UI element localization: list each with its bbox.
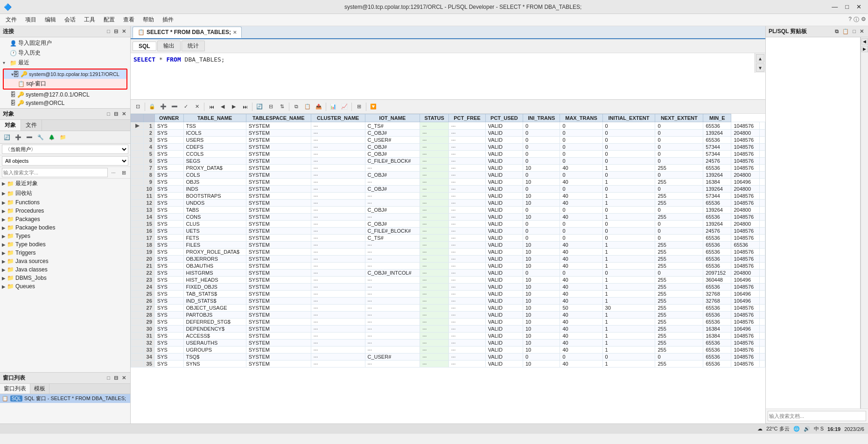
next-btn[interactable]: ▶ — [229, 102, 239, 112]
cell-IOT_NAME[interactable]: ··· — [365, 333, 420, 340]
obj-item-functions[interactable]: ▶ 📁 Functions — [0, 198, 130, 207]
cell-PCT_USED[interactable]: VALID — [485, 172, 523, 179]
cell-INITIAL_EXTENT[interactable]: 0 — [602, 122, 655, 130]
cell-undefined[interactable] — [759, 200, 765, 207]
cell-TABLE_NAME[interactable]: OBJAUTHS — [183, 263, 246, 270]
cell-IOT_NAME[interactable]: ··· — [365, 179, 420, 186]
cell-TABLE_NAME[interactable]: UETS — [183, 228, 246, 235]
cb-scroll-up[interactable]: ◀ — [861, 38, 868, 45]
cell-INITIAL_EXTENT[interactable]: 1 — [602, 179, 655, 186]
cell-PCT_FREE[interactable]: ··· — [449, 179, 486, 186]
cell-STATUS[interactable]: ··· — [420, 144, 449, 151]
cell-PCT_FREE[interactable]: ··· — [449, 319, 486, 326]
cell-TABLESPACE_NAME[interactable]: SYSTEM — [246, 319, 311, 326]
cell-undefined[interactable] — [759, 214, 765, 221]
cell-PCT_USED[interactable]: VALID — [485, 214, 523, 221]
col-initial-extent[interactable]: INITIAL_EXTENT — [602, 114, 655, 122]
table-row[interactable]: 23SYSHIST_HEADSSYSTEM············VALID10… — [131, 277, 765, 284]
cell-IOT_NAME[interactable]: C_OBJ# — [365, 144, 420, 151]
cell-INI_TRANS[interactable]: 10 — [523, 242, 560, 249]
cell-TABLE_NAME[interactable]: HIST_HEADS — [183, 277, 246, 284]
cell-PCT_FREE[interactable]: ··· — [449, 144, 486, 151]
cell-CLUSTER_NAME[interactable]: ··· — [311, 158, 365, 165]
cell-INI_TRANS[interactable]: 0 — [523, 235, 560, 242]
settings-icon[interactable]: ⚙ — [861, 16, 866, 24]
cell-STATUS[interactable]: ··· — [420, 200, 449, 207]
cell-OWNER[interactable]: SYS — [154, 263, 183, 270]
cell-undefined[interactable]: 106496 — [731, 298, 759, 305]
cell-MIN_E[interactable]: 65536 — [703, 214, 731, 221]
cell-PCT_USED[interactable]: VALID — [485, 130, 523, 137]
cell-PCT_USED[interactable]: VALID — [485, 193, 523, 200]
cell-CLUSTER_NAME[interactable]: ··· — [311, 151, 365, 158]
table-row[interactable]: 24SYSFIXED_OBJSSYSTEM············VALID10… — [131, 284, 765, 291]
cell-TABLESPACE_NAME[interactable]: SYSTEM — [246, 122, 311, 130]
cell-undefined[interactable] — [759, 122, 765, 130]
cell-STATUS[interactable]: ··· — [420, 305, 449, 312]
tab-window-list[interactable]: 窗口列表 — [0, 384, 30, 394]
cell-INI_TRANS[interactable]: 0 — [523, 122, 560, 130]
cell-MAX_TRANS[interactable]: 40 — [560, 333, 602, 340]
cell-CLUSTER_NAME[interactable]: ··· — [311, 137, 365, 144]
cell-TABLE_NAME[interactable]: CCOLS — [183, 151, 246, 158]
tree-btn[interactable]: 🌲 — [47, 132, 57, 142]
cell-PCT_USED[interactable]: VALID — [485, 144, 523, 151]
cell-MAX_TRANS[interactable]: 0 — [560, 235, 602, 242]
cell-TABLE_NAME[interactable]: OBJERRORS — [183, 256, 246, 263]
table-row[interactable]: 11SYSBOOTSTRAPSSYSTEM············VALID10… — [131, 193, 765, 200]
sql-window-item[interactable]: 📋 sql-窗口 — [4, 79, 126, 89]
tab-close-btn[interactable]: ✕ — [233, 30, 237, 35]
cell-undefined[interactable] — [759, 354, 765, 361]
objects-close[interactable]: ✕ — [120, 111, 127, 117]
cell-IOT_NAME[interactable]: C_FILE#_BLOCK# — [365, 228, 420, 235]
cell-MAX_TRANS[interactable]: 40 — [560, 165, 602, 172]
menu-item-配置[interactable]: 配置 — [100, 15, 119, 25]
sql-tab[interactable]: 📋 SELECT * FROM DBA_TABLES; ✕ — [133, 27, 242, 38]
cell-TABLESPACE_NAME[interactable]: SYSTEM — [246, 263, 311, 270]
cell-undefined[interactable] — [759, 158, 765, 165]
table-row[interactable]: 30SYSDEPENDENCY$SYSTEM············VALID1… — [131, 326, 765, 333]
tab-template[interactable]: 模板 — [30, 384, 49, 394]
cell-PCT_FREE[interactable]: ··· — [449, 228, 486, 235]
cell-MAX_TRANS[interactable]: 0 — [560, 172, 602, 179]
cell-NEXT_EXTENT[interactable]: 255 — [655, 340, 703, 347]
cell-PCT_FREE[interactable]: ··· — [449, 221, 486, 228]
table-row[interactable]: 9SYSOBJSSYSTEM············VALID104012551… — [131, 179, 765, 186]
cell-PCT_FREE[interactable]: ··· — [449, 333, 486, 340]
cell-NEXT_EXTENT[interactable]: 255 — [655, 333, 703, 340]
cell-INITIAL_EXTENT[interactable]: 0 — [602, 172, 655, 179]
cell-STATUS[interactable]: ··· — [420, 186, 449, 193]
cell-undefined[interactable] — [759, 193, 765, 200]
cell-TABLE_NAME[interactable]: FETS — [183, 235, 246, 242]
scroll-down-btn[interactable]: ▼ — [756, 63, 764, 72]
cell-STATUS[interactable]: ··· — [420, 165, 449, 172]
cell-INITIAL_EXTENT[interactable]: 0 — [602, 235, 655, 242]
cell-TABLE_NAME[interactable]: COLS — [183, 172, 246, 179]
cell-INITIAL_EXTENT[interactable]: 1 — [602, 284, 655, 291]
cell-PCT_FREE[interactable]: ··· — [449, 347, 486, 354]
cell-CLUSTER_NAME[interactable]: ··· — [311, 207, 365, 214]
cell-OWNER[interactable]: SYS — [154, 158, 183, 165]
cell-TABLESPACE_NAME[interactable]: SYSTEM — [246, 172, 311, 179]
cell-INITIAL_EXTENT[interactable]: 1 — [602, 242, 655, 249]
cell-OWNER[interactable]: SYS — [154, 340, 183, 347]
cell-MIN_E[interactable]: 2097152 — [703, 270, 731, 277]
cell-STATUS[interactable]: ··· — [420, 137, 449, 144]
cell-TABLE_NAME[interactable]: HISTGRMS — [183, 270, 246, 277]
table-row[interactable]: 5SYSCCOLSSYSTEM···C_OBJ#······VALID00005… — [131, 151, 765, 158]
cell-PCT_FREE[interactable]: ··· — [449, 256, 486, 263]
cell-STATUS[interactable]: ··· — [420, 221, 449, 228]
cell-INI_TRANS[interactable]: 10 — [523, 347, 560, 354]
cell-INI_TRANS[interactable]: 10 — [523, 277, 560, 284]
cell-NEXT_EXTENT[interactable]: 255 — [655, 200, 703, 207]
cell-STATUS[interactable]: ··· — [420, 207, 449, 214]
cell-STATUS[interactable]: ··· — [420, 277, 449, 284]
cell-STATUS[interactable]: ··· — [420, 291, 449, 298]
cell-OWNER[interactable]: SYS — [154, 165, 183, 172]
cell-MIN_E[interactable]: 57344 — [703, 151, 731, 158]
cell-undefined[interactable] — [759, 312, 765, 319]
cell-NEXT_EXTENT[interactable]: 255 — [655, 179, 703, 186]
menu-item-工具[interactable]: 工具 — [80, 15, 99, 25]
table-row[interactable]: 8SYSCOLSSYSTEM···C_OBJ#······VALID000013… — [131, 172, 765, 179]
cell-STATUS[interactable]: ··· — [420, 326, 449, 333]
